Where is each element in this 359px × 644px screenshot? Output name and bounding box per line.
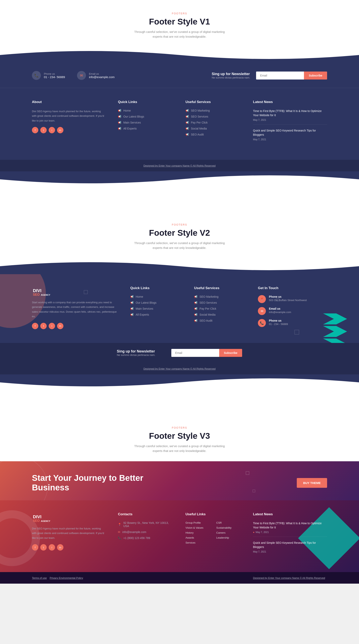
brand-logo-v3: DIVI SEO AGENCY [32,512,106,522]
news-item-2-v1: Quick and Simple SEO Keyword Research Ti… [253,128,327,144]
newsletter-email-input-v1[interactable] [256,72,304,80]
link-icon-blogs-v1: 📢 [118,115,121,118]
copyright-link-v3[interactable]: Designed by Enter Your company Name © Al… [253,576,325,580]
email-value: info@example.com [89,75,115,79]
v3-link-services[interactable]: Services [185,541,210,544]
newsletter-form-v2: Subscribe [171,349,242,357]
section-label-v1: FOOTERS [4,12,355,15]
linkedin-icon-v1[interactable]: in [57,127,64,133]
news-date-1-v1: May 7, 2021 [253,118,327,121]
deco-sq-v3-1 [246,471,249,475]
link-blogs-v2[interactable]: 📢 Our Latest Blogs [130,301,182,304]
link-blogs-v1[interactable]: 📢 Our Latest Blogs [118,115,174,118]
address-icon-v3: 📍 [118,523,121,526]
service-social-v1[interactable]: 📢 Social Media [185,127,241,130]
terms-link-v3[interactable]: Terms of use [32,576,47,580]
social-icons-v1: f t i in [32,127,106,133]
copyright-link-v2[interactable]: Designed by Enter Your company Name © Al… [143,367,216,370]
v3-link-csr[interactable]: CSR [216,521,241,524]
footer-v1: 📞 Phone us 01 - 234- 56889 ✉ Email us in… [0,63,359,171]
v3-link-group-profile[interactable]: Group Profile [185,521,210,524]
link-experts-v1[interactable]: 📢 All Experts [118,127,174,130]
link-experts-v2[interactable]: 📢 All Experts [130,313,182,316]
service-seo-services-v1[interactable]: 📢 SEO Services [185,115,241,118]
news-item-1-v1: Time to First Byte (TTFB): What It Is & … [253,109,327,124]
privacy-link-v3[interactable]: Privacy Environmental Policy [50,576,83,580]
footer-v1-section: FOOTERS Footer Style V1 Through careful … [0,0,359,199]
linkedin-icon-v2[interactable]: in [57,323,64,329]
newsletter-title-v1: Sing up for Newsletter [212,72,250,76]
v3-link-history[interactable]: History [185,531,210,534]
service-social-v2[interactable]: 📢 Social Media [194,313,246,316]
buy-theme-btn-v3[interactable]: BUY THEME [297,478,327,488]
quick-links-col-v1: Quick Links 📢 Home 📢 Our Latest Blogs 📢 … [118,100,174,148]
v3-link-vision[interactable]: Vision & Values [185,526,210,529]
link-services-v2[interactable]: 📢 Main Services [130,307,182,310]
social-icons-v2: f t i in [32,323,118,329]
news-title-2-v1[interactable]: Quick and Simple SEO Keyword Research Ti… [253,128,327,137]
service-icon-1-v1: 📢 [185,109,189,112]
footer-v3-hero: Start Your Journey to Better Business BU… [0,461,359,500]
news-title-1-v3[interactable]: Time to First Byte (TTFB): What It Is & … [253,521,327,530]
v3-link-awards[interactable]: Awards [185,536,210,539]
svg-text:DIVI: DIVI [33,288,42,293]
link-home-v1[interactable]: 📢 Home [118,109,174,112]
link-home-v2[interactable]: 📢 Home [130,295,182,298]
phone-label: Phone us [44,72,65,75]
service-ppc-v2[interactable]: 📢 Pay Per Click [194,307,246,310]
wave-bottom-v2 [0,374,359,390]
hero-btn-container-v3: BUY THEME [297,478,327,488]
social-icons-v3: f t i in [32,544,106,550]
twitter-icon-v3[interactable]: t [40,544,47,550]
service-seo-audit-v1[interactable]: 📢 SEO Audit [185,133,241,136]
get-in-touch-col-v2: Get In Touch 📍 Phone us 503 Old Buffalo … [258,286,327,331]
news-title-1-v1[interactable]: Time to First Byte (TTFB): What It Is & … [253,109,327,117]
service-seo-services-v2[interactable]: 📢 SEO Services [194,301,246,304]
service-seo-audit-v2[interactable]: 📢 SEO Audit [194,319,246,322]
wave-top-v1 [0,47,359,63]
v3-link-sustainability[interactable]: Sustainability [216,526,241,529]
touch-text-email-v2: Email us info@example.com [269,307,291,314]
news-title-2-v3[interactable]: Quick and Simple SEO Keyword Research Ti… [253,541,327,549]
service-seo-marketing-v2[interactable]: 📢 SEO Marketing [194,295,246,298]
news-date-1-v3: ●May 7, 2021 [253,531,327,534]
email-icon: ✉ [77,71,86,80]
footer-v3-main: DIVI SEO AGENCY Divi SEO Agency have muc… [0,500,359,572]
instagram-icon-v2[interactable]: i [49,323,55,329]
service-seo-marketing-v1[interactable]: 📢 SEO Marketing [185,109,241,112]
facebook-icon-v2[interactable]: f [32,323,38,329]
contact-phone-v3: 📞 +1 (800) 123 456 789 [118,536,174,540]
footer-v2-section: FOOTERS Footer Style V2 Through careful … [0,211,359,402]
v3-link-leadership[interactable]: Leadership [216,536,241,539]
twitter-icon-v1[interactable]: t [40,127,47,133]
service-ppc-v1[interactable]: 📢 Pay Per Click [185,121,241,124]
svg-text:AGENCY: AGENCY [41,294,51,296]
news-item-2-v3: Quick and Simple SEO Keyword Research Ti… [253,541,327,556]
facebook-icon-v3[interactable]: f [32,544,38,550]
contact-email-icon-v3: ✉ [118,530,120,534]
phone-value: 01 - 234- 56889 [44,75,65,79]
wave-top-v2 [0,258,359,274]
phone-icon: 📞 [32,71,41,80]
footer-v3-bottom-right: Designed by Enter Your company Name © Al… [253,576,327,580]
newsletter-subscribe-btn-v1[interactable]: Subscribe [304,72,327,80]
instagram-icon-v1[interactable]: i [49,127,55,133]
useful-links-col-v3: Useful Links Group Profile CSR Vision & … [185,512,241,560]
instagram-icon-v3[interactable]: i [49,544,55,550]
section-header-v1: FOOTERS Footer Style V1 Through careful … [0,0,359,47]
twitter-icon-v2[interactable]: t [40,323,47,329]
link-icon-blogs-v2: 📢 [130,301,134,304]
newsletter-email-input-v2[interactable] [171,349,219,357]
facebook-icon-v1[interactable]: f [32,127,38,133]
footer-v3-section: FOOTERS Footer Style V3 Through careful … [0,414,359,584]
footer-v1-bottom: Designed by Enter Your company Name © Al… [0,160,359,171]
link-services-v1[interactable]: 📢 Main Services [118,121,174,124]
contact-email-text-v3: info@example.com [122,530,146,534]
newsletter-subscribe-btn-v2[interactable]: Subscribe [219,349,242,357]
latest-news-title-v3: Latest News [253,512,327,516]
email-contact: ✉ Email us info@example.com [77,71,115,80]
v3-link-careers[interactable]: Careers [216,531,241,534]
linkedin-icon-v3[interactable]: in [57,544,64,550]
copyright-link-v1[interactable]: Designed by Enter Your company Name © Al… [143,164,216,167]
section-header-v3: FOOTERS Footer Style V3 Through careful … [0,414,359,461]
